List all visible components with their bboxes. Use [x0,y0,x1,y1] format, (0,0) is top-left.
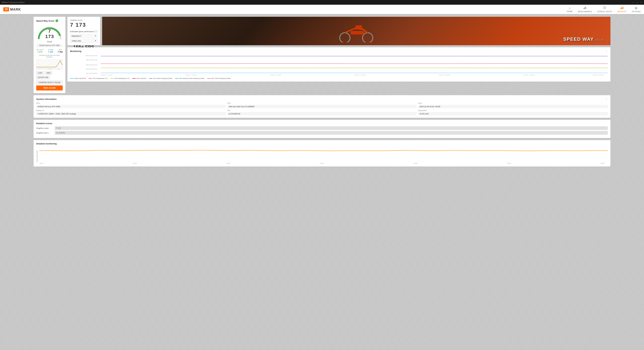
nav-stress-label: STRESS TESTS [597,10,612,12]
framerate-axis-label: Frame rate (FPS) [36,147,38,162]
more-options-button[interactable]: ⋮ [605,50,608,53]
minimize-button[interactable]: — [632,1,634,3]
results-icon [620,6,623,10]
test1-score-bar: 71.74 FPS [55,131,608,135]
window-controls: — □ ✕ [632,1,643,3]
sys-cpu-row: CPU 13th Gen Intel Core i5-13600KF [227,102,417,108]
options-icon: ⚙ [635,6,638,10]
svg-rect-17 [351,31,364,34]
chart-legend: Frame rate (FPS) CPU Temperature (°C) GP… [70,78,608,79]
nav-results[interactable]: RESULTS [618,6,626,12]
titlebar: 3DMark Professional Edition — □ ✕ [0,0,644,5]
chevron-down-icon: ▾ [95,40,96,42]
score-test1-row: Graphics test 1 71.74 FPS [36,131,608,135]
svg-rect-1 [584,7,585,9]
scores-comparison: Your score 7 173 Average 7 164 Best 7 30… [36,49,63,53]
gpu-clock-color [207,78,211,79]
navbar: 3D MARK ⌂ HOME BENCHMARKS STRESS TESTS R… [0,5,644,14]
framerate-color [70,78,74,79]
nav-benchmarks-label: BENCHMARKS [578,10,592,12]
nav-items: ⌂ HOME BENCHMARKS STRESS TESTS RESULTS ⚙… [567,6,641,12]
banner-title: SPEED WAY (V1.0) [563,36,604,42]
gauge-container: 7 173 [36,24,63,39]
benchmarks-icon [584,6,586,10]
svg-rect-8 [623,6,623,9]
monitoring-panel: Monitoring ⋮ 5000 4000 3000 2000 1000 [68,47,610,82]
cpu-value: 13th Gen Intel Core i5-13600KF [227,105,417,108]
system-more-button[interactable]: ⋮ [605,97,608,101]
system-info-title: System information [36,98,56,100]
home-icon: ⌂ [569,6,570,10]
graphics-score-label: Graphics score [36,127,53,129]
your-score-value: 7 173 [36,51,44,53]
x-axis-labels: 00:00 00:30 01:00 01:30 02:00 02:30 03:0… [36,162,608,164]
graphics-value: 7 173 [70,22,98,28]
nav-results-label: RESULTS [618,10,626,12]
maximize-button[interactable]: □ [636,1,638,3]
best-score-col: Best 7 302 [58,49,63,53]
compare-button[interactable]: COMPARE RESULT ONLINE [36,81,63,84]
verified-icon: ✓ [56,19,58,22]
detailed-monitoring-header: Detailed monitoring [36,142,608,145]
svg-text:3000: 3000 [86,64,98,66]
save-button[interactable]: SAVE [45,71,52,75]
chevron-down-icon: ▾ [95,35,96,37]
test1-score-label: Graphics test 1 [36,132,53,134]
load-button[interactable]: LOAD [36,71,44,75]
sys-display-row: Display #1 \\.\DISPLAY1 (3840 × 2160, 15… [36,110,226,115]
nav-benchmarks[interactable]: BENCHMARKS [578,6,592,12]
gui-label: GUI [227,110,417,111]
legend-gpu-temp: GPU Temperature (°C) [110,78,130,79]
nav-options[interactable]: ⚙ OPTIONS [632,6,641,12]
detailed-monitoring-panel: Detailed monitoring Frame rate (FPS) 40 … [34,140,610,167]
graphics-label: Graphics score [70,19,98,21]
test1-score-bar-fill: 71.74 FPS [55,131,608,135]
gui-value: v2.25.8043 64 [227,112,417,115]
cpu-temp-color [88,78,92,79]
best-score-value: 7 302 [58,51,63,53]
action-buttons: LOAD SAVE EXPORT XML [36,71,63,79]
app-title: 3DMark Professional Edition [1,1,25,3]
svg-point-9 [59,34,61,36]
upper-right: Graphics score 7 173 Estimated game perf… [68,17,610,45]
run-again-button[interactable]: RUN AGAIN [36,85,63,90]
svg-text:1000: 1000 [86,73,98,74]
nav-home[interactable]: ⌂ HOME [567,6,573,12]
svg-rect-6 [621,7,622,9]
gauge-score: 7 173 [43,28,56,39]
monitoring-chart: 5000 4000 3000 2000 1000 [70,54,608,76]
legend-gpu-clock: GPU Clock Frequency (MHz) [207,78,231,79]
legend-cpu-temp: CPU Temperature (°C) [88,78,108,79]
sys-sysinfo-row: SystemInfo v5.55.1142 [418,110,608,115]
graphics-score-bar-fill: 7 173 [55,126,608,130]
detailed-scores-panel: Detailed scores Graphics score 7 173 Gra… [34,120,610,138]
estimated-game: Estimated game performance i [70,30,98,33]
game-dropdown[interactable]: Battlefield V ▾ [70,34,98,38]
monitoring-title: Monitoring [70,50,81,52]
svg-text:00:00: 00:00 [592,74,604,76]
detailed-scores-header: Detailed scores [36,122,608,125]
gpu-name: NVIDIA GeForce RTX 4080 [36,44,63,47]
logo: 3D MARK [3,7,21,11]
legend-cpu-clock: CPU Clock Frequency (MHz) [149,78,172,79]
graphics-score-panel: Graphics score 7 173 Estimated game perf… [68,17,100,45]
detailed-scores-title: Detailed scores [36,122,52,125]
svg-text:2000: 2000 [86,68,98,70]
info-icon[interactable]: i [95,30,97,33]
close-button[interactable]: ✕ [640,1,643,3]
export-button[interactable]: EXPORT XML [36,76,50,79]
nav-stress-tests[interactable]: STRESS TESTS [597,6,612,12]
system-info-panel: System information ⋮ GPU NVIDIA GeForce … [34,95,610,118]
svg-text:00:00: 00:00 [270,74,282,76]
main-content: Speed Way Score ✓ 7 173 Good NVIDIA Ge [0,14,644,169]
resolution-dropdown[interactable]: 1440p Ultra ▾ [70,39,98,43]
display-label: Display #1 [36,110,226,111]
time-value: 2022-12-04 16:24 +02:00 [418,105,608,108]
display-value: \\.\DISPLAY1 (3840 × 2160, 150% DPI scal… [36,112,226,115]
sys-gpu-row: GPU NVIDIA GeForce RTX 4080 [36,102,226,108]
svg-text:0: 0 [39,68,40,69]
score-card: Speed Way Score ✓ 7 173 Good NVIDIA Ge [34,17,66,93]
hardware-note: Showing results from the same hardware [36,54,63,58]
svg-text:2500: 2500 [49,68,51,69]
svg-text:00:00: 00:00 [523,74,535,76]
